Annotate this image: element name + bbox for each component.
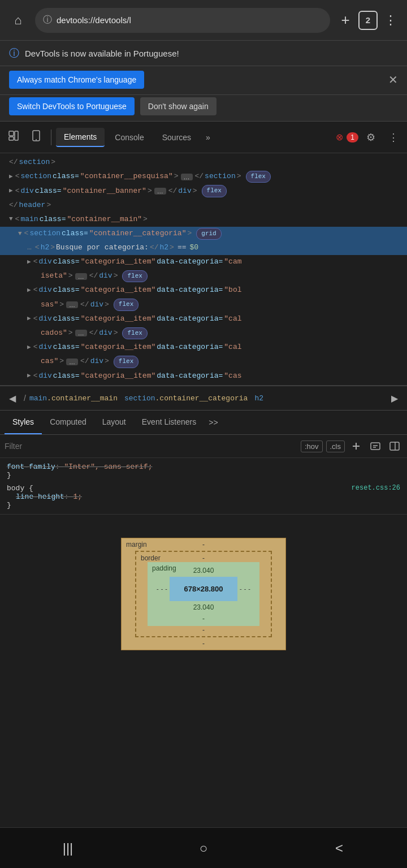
ellipsis-button[interactable]: … bbox=[154, 188, 166, 195]
settings-icon: ⚙ bbox=[366, 131, 375, 144]
home-button[interactable]: ⌂ bbox=[7, 9, 29, 32]
tab-elements[interactable]: Elements bbox=[56, 128, 105, 147]
element-line-cont[interactable]: cados" > … </div> flex bbox=[0, 326, 407, 341]
tag-bracket: < bbox=[35, 242, 40, 254]
tab-more-button[interactable]: » bbox=[201, 128, 215, 146]
element-line[interactable]: ▼ <main class="container__main" > bbox=[0, 213, 407, 227]
flex-badge[interactable]: flex bbox=[114, 299, 138, 311]
element-line[interactable]: </section> bbox=[0, 156, 407, 170]
breadcrumb-back-button[interactable]: ◀ bbox=[5, 390, 20, 406]
info-icon: ⓘ bbox=[43, 14, 52, 26]
tag-name: div bbox=[178, 185, 191, 197]
toggle-sidebar-button[interactable] bbox=[387, 438, 402, 454]
element-line[interactable]: ▶ <div class="categoria__item" data-cate… bbox=[0, 340, 407, 355]
error-indicator[interactable]: ⊗ 1 bbox=[336, 132, 358, 142]
element-line-cont[interactable]: cas" > … </div> flex bbox=[0, 355, 407, 369]
settings-button[interactable]: ⚙ bbox=[361, 127, 381, 148]
flex-badge[interactable]: flex bbox=[122, 270, 147, 283]
ellipsis-button[interactable]: … bbox=[66, 301, 78, 308]
svg-rect-10 bbox=[390, 442, 399, 450]
ellipsis-button[interactable]: … bbox=[75, 273, 87, 280]
always-match-language-button[interactable]: Always match Chrome's language bbox=[9, 71, 144, 89]
tab-count[interactable]: 2 bbox=[358, 11, 378, 30]
side-dash-4: - bbox=[240, 585, 242, 592]
element-line-selected[interactable]: ▼ <section class="container__categoria" … bbox=[0, 227, 407, 241]
device-toggle-button[interactable] bbox=[26, 127, 46, 148]
android-back-button[interactable]: < bbox=[322, 836, 356, 861]
android-recent-apps-button[interactable]: ||| bbox=[51, 836, 85, 861]
attr-name: data-categoria= bbox=[157, 284, 223, 296]
tag-name: div bbox=[38, 342, 51, 353]
tabs-more-button[interactable]: >> bbox=[204, 411, 222, 434]
cls-button[interactable]: .cls bbox=[326, 441, 345, 452]
element-line-cont[interactable]: iseta" > … </div> flex bbox=[0, 269, 407, 284]
svg-rect-7 bbox=[371, 443, 380, 450]
tag-bracket: > bbox=[114, 327, 118, 339]
switch-devtools-button[interactable]: Switch DevTools to Portuguese bbox=[9, 97, 135, 115]
element-line[interactable]: ▶ <section class="container__pesquisa" >… bbox=[0, 170, 407, 184]
ellipsis-button[interactable]: … bbox=[181, 174, 193, 180]
filter-actions: :hov .cls bbox=[301, 438, 402, 454]
element-line[interactable]: ▶ <div class="categoria__item" data-cate… bbox=[0, 255, 407, 269]
side-dash-3: - bbox=[165, 585, 167, 592]
flex-badge[interactable]: flex bbox=[246, 171, 271, 183]
bc-tag-main: main bbox=[29, 394, 47, 403]
element-line-cont[interactable]: sas" > … </div> flex bbox=[0, 297, 407, 312]
breadcrumb-forward-button[interactable]: ▶ bbox=[387, 390, 402, 406]
new-style-rule-button[interactable] bbox=[367, 438, 383, 454]
tab-console[interactable]: Console bbox=[107, 128, 151, 146]
grid-badge[interactable]: grid bbox=[196, 228, 221, 240]
tab-styles[interactable]: Styles bbox=[5, 411, 42, 434]
add-style-rule-button[interactable] bbox=[348, 438, 364, 454]
css-rule-source[interactable]: reset.css:26 bbox=[352, 484, 400, 493]
element-line[interactable]: ▶ <div class="container__banner" > … </d… bbox=[0, 184, 407, 198]
inspect-element-button[interactable] bbox=[3, 127, 24, 148]
breadcrumb-h2[interactable]: h2 bbox=[254, 394, 263, 403]
attr-name: data-categoria= bbox=[157, 370, 223, 382]
tag-bracket: </ bbox=[168, 185, 177, 197]
expand-arrow: ▶ bbox=[27, 343, 31, 353]
banner-close-button[interactable]: ✕ bbox=[388, 73, 398, 87]
android-home-button[interactable]: ○ bbox=[187, 836, 220, 861]
breadcrumb-main[interactable]: main.container__main bbox=[29, 394, 118, 403]
css-prop-value: "Inter", sans-serif; bbox=[64, 463, 152, 471]
hov-button[interactable]: :hov bbox=[301, 441, 323, 452]
element-line[interactable]: ▶ <div class="categoria__item" data-cate… bbox=[0, 283, 407, 297]
tab-sources[interactable]: Sources bbox=[154, 128, 199, 146]
css-line-height-property[interactable]: line-height: 1; bbox=[16, 493, 400, 501]
tab-event-listeners[interactable]: Event Listeners bbox=[134, 411, 205, 434]
tag-bracket: </ bbox=[80, 356, 89, 368]
back-icon: < bbox=[335, 840, 343, 856]
element-line[interactable]: </header> bbox=[0, 198, 407, 213]
tag-bracket: </ bbox=[80, 299, 89, 311]
tab-computed[interactable]: Computed bbox=[42, 411, 94, 434]
tag-name: main bbox=[20, 214, 38, 226]
tag-bracket: > bbox=[193, 185, 197, 197]
css-prop-name: line-height bbox=[16, 493, 64, 501]
flex-badge[interactable]: flex bbox=[202, 185, 227, 197]
tag-name: h2 bbox=[41, 242, 50, 254]
element-line[interactable]: ▶ <div class="categoria__item" data-cate… bbox=[0, 312, 407, 326]
element-line[interactable]: … <h2> Busque por categoria: </h2> == $0 bbox=[0, 241, 407, 255]
new-tab-button[interactable]: + bbox=[336, 11, 355, 30]
ellipsis-button[interactable]: … bbox=[66, 359, 78, 365]
attr-name: class= bbox=[53, 313, 80, 325]
tab-layout[interactable]: Layout bbox=[94, 411, 134, 434]
breadcrumb-bar: ◀ / main.container__main section.contain… bbox=[0, 386, 407, 411]
element-line[interactable]: ▶ <div class="categoria__item" data-cate… bbox=[0, 369, 407, 383]
dont-show-again-button[interactable]: Don't show again bbox=[140, 97, 217, 115]
filter-input[interactable] bbox=[5, 442, 296, 451]
flex-badge[interactable]: flex bbox=[122, 327, 147, 340]
tag-bracket: </ bbox=[9, 157, 18, 169]
css-rule-1-property[interactable]: font-family: "Inter", sans-serif; bbox=[7, 463, 400, 471]
tag-bracket: > bbox=[148, 185, 152, 197]
flex-badge[interactable]: flex bbox=[114, 356, 138, 368]
devtools-menu-button[interactable]: ⋮ bbox=[383, 127, 404, 148]
styles-tabs: Styles Computed Layout Event Listeners >… bbox=[0, 411, 407, 435]
tag-bracket: </ bbox=[9, 200, 18, 211]
ellipsis-button[interactable]: … bbox=[75, 330, 87, 336]
breadcrumb-section[interactable]: section.container__categoria bbox=[124, 394, 248, 403]
address-bar[interactable]: ⓘ devtools://devtools/l bbox=[35, 8, 330, 33]
browser-menu-button[interactable]: ⋮ bbox=[381, 11, 400, 30]
tag-name: div bbox=[38, 256, 51, 268]
